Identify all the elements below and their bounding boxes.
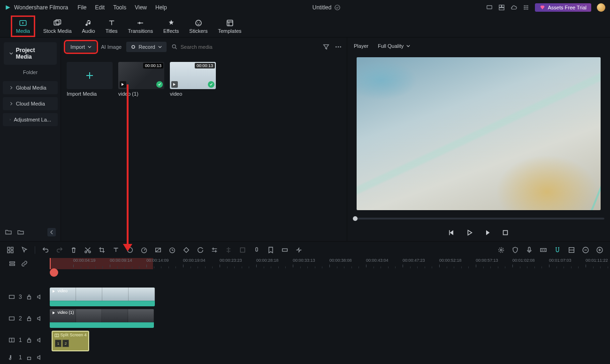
tab-stock-media[interactable]: Stock Media bbox=[43, 19, 72, 34]
tab-media[interactable]: Media bbox=[13, 18, 33, 35]
mute-icon[interactable] bbox=[36, 315, 43, 322]
delete-icon[interactable] bbox=[70, 246, 77, 254]
freeze-frame-icon[interactable] bbox=[154, 246, 162, 254]
tab-stickers[interactable]: Stickers bbox=[189, 19, 207, 34]
record-dropdown[interactable]: Record bbox=[126, 42, 166, 52]
mix-icon[interactable] bbox=[295, 246, 303, 254]
playhead[interactable] bbox=[50, 258, 51, 269]
play-button[interactable] bbox=[465, 228, 474, 237]
sidebar-item-cloud-media[interactable]: Cloud Media bbox=[3, 97, 58, 110]
track-head-splitscreen-1[interactable]: 1 bbox=[0, 337, 50, 343]
screen-icon[interactable] bbox=[486, 4, 493, 11]
svg-rect-43 bbox=[528, 247, 530, 251]
track-head-video-2[interactable]: 2 bbox=[0, 315, 50, 322]
mic-icon[interactable] bbox=[526, 246, 533, 254]
stop-button[interactable] bbox=[501, 228, 510, 237]
prev-frame-button[interactable] bbox=[448, 228, 456, 237]
playhead-handle[interactable] bbox=[50, 268, 58, 277]
undo-icon[interactable] bbox=[42, 246, 49, 254]
import-dropdown[interactable]: Import bbox=[66, 42, 96, 52]
toolbar-pointer-icon[interactable] bbox=[21, 246, 28, 254]
quality-dropdown[interactable]: Full Quality bbox=[378, 43, 410, 49]
clip-split-screen[interactable]: Split Screen 4 1 2 bbox=[52, 331, 89, 351]
zoom-in-icon[interactable] bbox=[596, 246, 603, 254]
clip-video-track3[interactable]: video bbox=[50, 288, 155, 306]
subtitle-icon[interactable] bbox=[540, 246, 547, 254]
zoom-out-icon[interactable] bbox=[582, 246, 589, 254]
preview-viewport[interactable] bbox=[357, 57, 601, 210]
media-tile-label: video (1) bbox=[118, 91, 164, 97]
highlight-icon[interactable] bbox=[281, 246, 289, 254]
menu-tools[interactable]: Tools bbox=[113, 4, 126, 11]
shield-icon[interactable] bbox=[511, 246, 519, 254]
rotate-icon[interactable] bbox=[197, 246, 204, 254]
ai-image-button[interactable]: AI Image bbox=[101, 44, 122, 50]
search-input[interactable] bbox=[181, 44, 293, 50]
crop-icon[interactable] bbox=[98, 246, 106, 254]
link-icon[interactable] bbox=[21, 260, 28, 267]
marker-icon[interactable] bbox=[267, 246, 274, 254]
mute-icon[interactable] bbox=[36, 294, 43, 300]
track-head-video-3[interactable]: 3 bbox=[0, 294, 50, 300]
folder-icon[interactable] bbox=[17, 228, 24, 236]
layout-view-icon[interactable] bbox=[568, 246, 575, 254]
scrub-handle[interactable] bbox=[353, 216, 358, 221]
menu-view[interactable]: View bbox=[135, 4, 147, 11]
grid-apps-icon[interactable] bbox=[523, 4, 529, 11]
split-icon[interactable] bbox=[225, 246, 232, 254]
sidebar-project-media[interactable]: Project Media bbox=[4, 42, 57, 65]
cloud-icon[interactable] bbox=[511, 4, 517, 11]
timer-icon[interactable] bbox=[168, 246, 176, 254]
ruler-tick: 00:00:19:04 bbox=[183, 258, 206, 263]
audio-icon bbox=[84, 19, 93, 27]
assets-free-trial-button[interactable]: Assets Free Trial bbox=[535, 3, 591, 12]
tab-templates[interactable]: Templates bbox=[218, 19, 241, 34]
next-frame-button[interactable] bbox=[483, 228, 492, 237]
menu-file[interactable]: File bbox=[77, 4, 86, 11]
timeline-ruler[interactable]: 00:00:04:1900:00:09:1400:00:14:0900:00:1… bbox=[50, 258, 610, 269]
more-icon[interactable] bbox=[335, 43, 342, 51]
keyframe-icon[interactable] bbox=[183, 246, 190, 254]
filter-icon[interactable] bbox=[322, 43, 330, 51]
sidebar-item-global-media[interactable]: Global Media bbox=[3, 81, 58, 94]
media-tile-video-1[interactable]: 00:00:13 video (1) bbox=[118, 62, 164, 97]
new-folder-icon[interactable] bbox=[5, 228, 12, 236]
lock-icon[interactable] bbox=[26, 354, 32, 361]
lock-icon[interactable] bbox=[26, 294, 32, 300]
menu-help[interactable]: Help bbox=[155, 4, 167, 11]
mute-icon[interactable] bbox=[36, 337, 43, 343]
sidebar-item-adjustment-layer[interactable]: Adjustment La... bbox=[3, 113, 58, 126]
menu-edit[interactable]: Edit bbox=[95, 4, 105, 11]
tab-transitions[interactable]: Transitions bbox=[128, 19, 153, 34]
redo-icon[interactable] bbox=[56, 246, 63, 254]
scrub-bar[interactable] bbox=[353, 218, 604, 220]
speed-icon[interactable] bbox=[140, 246, 148, 254]
tab-effects[interactable]: Effects bbox=[163, 19, 179, 34]
voiceover-icon[interactable] bbox=[253, 246, 260, 254]
snap-icon[interactable] bbox=[554, 246, 561, 254]
adjust-icon[interactable] bbox=[211, 246, 218, 254]
track-toggle-icon[interactable] bbox=[8, 260, 16, 267]
tab-titles[interactable]: Titles bbox=[106, 19, 118, 34]
lock-icon[interactable] bbox=[26, 315, 32, 322]
lock-icon[interactable] bbox=[26, 337, 32, 343]
tab-audio[interactable]: Audio bbox=[82, 19, 95, 34]
clip-video-track2[interactable]: video (1) bbox=[50, 309, 154, 328]
text-icon[interactable] bbox=[112, 246, 120, 254]
sidebar-collapse-button[interactable] bbox=[47, 228, 56, 236]
media-tile-video[interactable]: 00:00:13 video bbox=[170, 62, 216, 97]
import-media-tile[interactable]: Import Media bbox=[67, 62, 113, 97]
svg-rect-49 bbox=[10, 264, 15, 265]
render-icon[interactable] bbox=[497, 246, 505, 254]
assets-label: Assets Free Trial bbox=[548, 5, 587, 10]
svg-point-23 bbox=[336, 46, 337, 48]
layout-icon[interactable] bbox=[498, 4, 505, 11]
cut-icon[interactable] bbox=[84, 246, 92, 254]
group-icon[interactable] bbox=[239, 246, 246, 254]
chevron-down-icon bbox=[9, 52, 13, 55]
video-type-icon bbox=[171, 81, 178, 88]
mute-icon[interactable] bbox=[36, 354, 43, 361]
user-avatar[interactable] bbox=[597, 3, 605, 12]
track-head-audio-1[interactable]: 1 bbox=[0, 354, 50, 361]
toolbar-grid-icon[interactable] bbox=[7, 246, 14, 254]
